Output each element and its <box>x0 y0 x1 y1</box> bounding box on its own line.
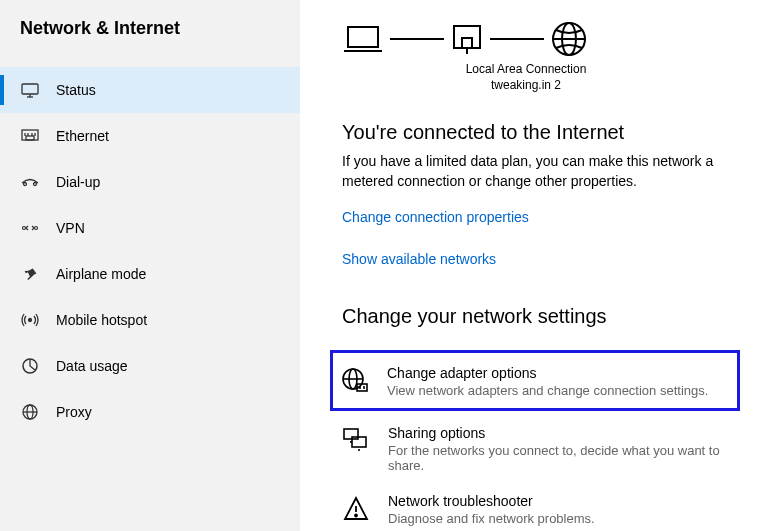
sharing-icon <box>342 427 370 455</box>
nav-label: VPN <box>56 220 85 236</box>
nav-ethernet[interactable]: Ethernet <box>0 113 300 159</box>
option-title: Change adapter options <box>387 365 708 381</box>
sidebar-title: Network & Internet <box>0 18 300 67</box>
ethernet-icon <box>20 126 40 146</box>
option-desc: Diagnose and fix network problems. <box>388 511 595 526</box>
troubleshooter-icon <box>342 495 370 523</box>
status-subtext: If you have a limited data plan, you can… <box>342 152 740 191</box>
nav-label: Dial-up <box>56 174 100 190</box>
svg-point-12 <box>35 227 38 230</box>
sidebar: Network & Internet Status Ethernet Dial-… <box>0 0 300 531</box>
option-text: Network troubleshooter Diagnose and fix … <box>388 493 595 526</box>
diagram-line <box>490 38 544 40</box>
nav-airplane[interactable]: Airplane mode <box>0 251 300 297</box>
nav-label: Ethernet <box>56 128 109 144</box>
option-title: Sharing options <box>388 425 740 441</box>
nav-datausage[interactable]: Data usage <box>0 343 300 389</box>
router-icon <box>450 22 484 56</box>
svg-rect-20 <box>462 38 472 48</box>
svg-rect-4 <box>26 136 34 140</box>
connection-diagram <box>342 20 740 58</box>
nav-hotspot[interactable]: Mobile hotspot <box>0 297 300 343</box>
link-connection-properties[interactable]: Change connection properties <box>342 209 740 225</box>
nav-label: Status <box>56 82 96 98</box>
nav-vpn[interactable]: VPN <box>0 205 300 251</box>
svg-point-11 <box>23 227 26 230</box>
status-icon <box>20 80 40 100</box>
svg-rect-0 <box>22 84 38 94</box>
svg-rect-18 <box>348 27 378 47</box>
option-text: Change adapter options View network adap… <box>387 365 708 398</box>
svg-point-36 <box>355 515 357 517</box>
airplane-icon <box>20 264 40 284</box>
dialup-icon <box>20 172 40 192</box>
status-headline: You're connected to the Internet <box>342 121 740 144</box>
adapter-icon <box>341 367 369 395</box>
vpn-icon <box>20 218 40 238</box>
nav-proxy[interactable]: Proxy <box>0 389 300 435</box>
nav-label: Airplane mode <box>56 266 146 282</box>
datausage-icon <box>20 356 40 376</box>
globe-icon <box>550 20 588 58</box>
svg-point-13 <box>29 319 32 322</box>
nav-label: Data usage <box>56 358 128 374</box>
option-troubleshooter[interactable]: Network troubleshooter Diagnose and fix … <box>342 493 740 526</box>
laptop-icon <box>342 23 384 55</box>
nav-dialup[interactable]: Dial-up <box>0 159 300 205</box>
option-title: Network troubleshooter <box>388 493 595 509</box>
section-title: Change your network settings <box>342 305 740 328</box>
main-content: Local Area Connection tweaking.in 2 You'… <box>300 0 758 531</box>
highlight-box: Change adapter options View network adap… <box>330 350 740 411</box>
hotspot-icon <box>20 310 40 330</box>
link-available-networks[interactable]: Show available networks <box>342 251 740 267</box>
option-desc: View network adapters and change connect… <box>387 383 708 398</box>
option-adapter[interactable]: Change adapter options View network adap… <box>341 365 727 398</box>
svg-point-9 <box>24 183 27 186</box>
option-desc: For the networks you connect to, decide … <box>388 443 740 473</box>
option-sharing[interactable]: Sharing options For the networks you con… <box>342 425 740 473</box>
diagram-caption: Local Area Connection tweaking.in 2 <box>456 62 596 93</box>
svg-point-10 <box>34 183 37 186</box>
proxy-icon <box>20 402 40 422</box>
nav-label: Mobile hotspot <box>56 312 147 328</box>
caption-line1: Local Area Connection <box>456 62 596 78</box>
caption-line2: tweaking.in 2 <box>456 78 596 94</box>
nav-status[interactable]: Status <box>0 67 300 113</box>
option-text: Sharing options For the networks you con… <box>388 425 740 473</box>
nav-label: Proxy <box>56 404 92 420</box>
diagram-line <box>390 38 444 40</box>
